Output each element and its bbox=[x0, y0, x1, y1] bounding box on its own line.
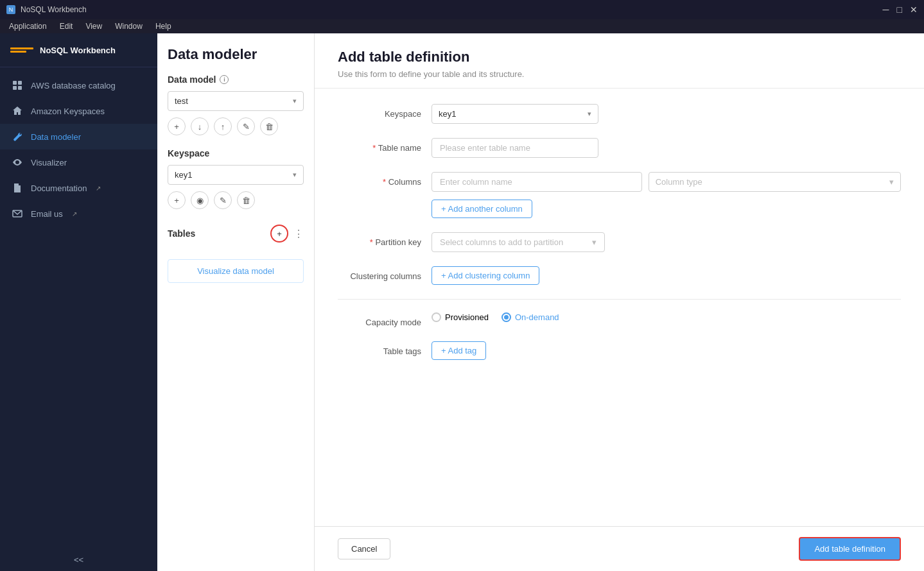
provisioned-radio[interactable] bbox=[431, 312, 441, 322]
menu-edit[interactable]: Edit bbox=[60, 22, 73, 31]
sidebar-item-label: Documentation bbox=[31, 183, 87, 193]
tables-more-icon[interactable]: ⋮ bbox=[293, 228, 304, 240]
columns-label: Columns bbox=[338, 172, 421, 187]
delete-keyspace-btn[interactable]: 🗑 bbox=[237, 191, 255, 209]
keyspace-actions: + ◉ ✎ 🗑 bbox=[168, 191, 304, 209]
external-link-icon: ↗ bbox=[72, 210, 77, 217]
sidebar-item-amazon-keyspaces[interactable]: Amazon Keyspaces bbox=[0, 98, 157, 124]
capacity-mode-form-row: Capacity mode Provisioned On-demand bbox=[338, 312, 901, 327]
titlebar: N NoSQL Workbench ─ □ ✕ bbox=[0, 0, 924, 19]
home-icon bbox=[12, 105, 23, 117]
window-controls[interactable]: ─ □ ✕ bbox=[883, 4, 918, 15]
sidebar-item-documentation[interactable]: Documentation ↗ bbox=[0, 175, 157, 201]
close-btn[interactable]: ✕ bbox=[910, 4, 918, 15]
download-data-model-btn[interactable]: ↓ bbox=[191, 117, 209, 135]
eye-icon bbox=[12, 157, 23, 168]
keyspace-section-title: Keyspace bbox=[168, 148, 304, 158]
svg-rect-0 bbox=[13, 81, 17, 85]
add-column-wrapper: + Add another column bbox=[431, 200, 901, 218]
table-tags-label: Table tags bbox=[338, 341, 421, 356]
delete-data-model-btn[interactable]: 🗑 bbox=[260, 117, 278, 135]
keyspace-value-select[interactable]: key1 ▾ bbox=[431, 104, 598, 124]
menu-view[interactable]: View bbox=[85, 22, 102, 31]
sidebar-item-label: Amazon Keyspaces bbox=[31, 107, 105, 116]
sidebar-item-database-catalog[interactable]: AWS database catalog bbox=[0, 72, 157, 98]
table-tags-control: + Add tag bbox=[431, 341, 901, 360]
edit-keyspace-btn[interactable]: ✎ bbox=[214, 191, 232, 209]
sidebar-app-title: NoSQL Workbench bbox=[40, 46, 116, 55]
mail-icon bbox=[12, 208, 23, 219]
titlebar-left: N NoSQL Workbench bbox=[6, 5, 87, 14]
table-tags-form-row: Table tags + Add tag bbox=[338, 341, 901, 360]
column-type-wrapper: Column type ▾ bbox=[649, 172, 901, 192]
on-demand-label: On-demand bbox=[515, 312, 559, 322]
table-name-label: Table name bbox=[338, 138, 421, 153]
menu-application[interactable]: Application bbox=[9, 22, 47, 31]
keyspace-form-row: Keyspace key1 ▾ bbox=[338, 104, 901, 124]
add-data-model-btn[interactable]: + bbox=[168, 117, 186, 135]
add-another-column-btn[interactable]: + Add another column bbox=[431, 200, 532, 218]
clustering-control: + Add clustering column bbox=[431, 266, 901, 285]
clustering-form-row: Clustering columns + Add clustering colu… bbox=[338, 266, 901, 285]
upload-data-model-btn[interactable]: ↑ bbox=[214, 117, 232, 135]
chevron-down-icon: ▾ bbox=[588, 110, 591, 118]
table-name-input[interactable] bbox=[431, 138, 598, 158]
sidebar-item-label: AWS database catalog bbox=[31, 81, 116, 90]
partition-key-select[interactable]: Select columns to add to partition ▾ bbox=[431, 232, 605, 252]
on-demand-option[interactable]: On-demand bbox=[501, 312, 559, 322]
sidebar-item-email-us[interactable]: Email us ↗ bbox=[0, 201, 157, 226]
cancel-button[interactable]: Cancel bbox=[338, 538, 390, 559]
data-model-section-title: Data model i bbox=[168, 74, 304, 85]
add-clustering-column-btn[interactable]: + Add clustering column bbox=[431, 266, 539, 285]
wrench-icon bbox=[12, 131, 23, 142]
minimize-btn[interactable]: ─ bbox=[883, 4, 889, 15]
chevron-down-icon: ▾ bbox=[889, 177, 894, 187]
add-table-btn[interactable]: + bbox=[270, 225, 288, 243]
sidebar-collapse-btn[interactable]: << bbox=[0, 549, 157, 571]
app-title: NoSQL Workbench bbox=[21, 5, 87, 14]
section-divider bbox=[338, 299, 901, 300]
app-icon: N bbox=[6, 5, 15, 14]
footer-bar: Cancel Add table definition bbox=[315, 526, 924, 571]
grid-icon bbox=[12, 80, 23, 91]
svg-rect-1 bbox=[18, 81, 22, 85]
menu-window[interactable]: Window bbox=[115, 22, 143, 31]
partition-key-label: Partition key bbox=[338, 232, 421, 247]
maximize-btn[interactable]: □ bbox=[897, 4, 902, 15]
view-keyspace-btn[interactable]: ◉ bbox=[191, 191, 209, 209]
edit-data-model-btn[interactable]: ✎ bbox=[237, 117, 255, 135]
tables-actions: + ⋮ bbox=[270, 225, 304, 243]
left-panel: Data modeler Data model i test ▾ + ↓ ↑ ✎… bbox=[157, 33, 315, 571]
chevron-down-icon: ▾ bbox=[592, 237, 597, 247]
keyspace-label: Keyspace bbox=[338, 104, 421, 119]
main-panel: Add table definition Use this form to de… bbox=[315, 33, 924, 571]
partition-key-form-row: Partition key Select columns to add to p… bbox=[338, 232, 901, 252]
partition-key-control: Select columns to add to partition ▾ bbox=[431, 232, 901, 252]
table-name-form-row: Table name bbox=[338, 138, 901, 158]
tables-title: Tables bbox=[168, 228, 195, 239]
sidebar-item-visualizer[interactable]: Visualizer bbox=[0, 149, 157, 175]
sidebar-item-data-modeler[interactable]: Data modeler bbox=[0, 124, 157, 149]
capacity-options: Provisioned On-demand bbox=[431, 312, 901, 322]
sidebar-item-label: Email us bbox=[31, 209, 63, 219]
provisioned-option[interactable]: Provisioned bbox=[431, 312, 489, 322]
column-type-select[interactable]: Column type ▾ bbox=[649, 172, 901, 192]
svg-rect-2 bbox=[13, 86, 17, 90]
add-tag-btn[interactable]: + Add tag bbox=[431, 341, 486, 360]
add-table-definition-button[interactable]: Add table definition bbox=[799, 537, 901, 561]
keyspace-select[interactable]: key1 ▾ bbox=[168, 165, 304, 185]
chevron-down-icon: ▾ bbox=[293, 171, 297, 179]
add-keyspace-btn[interactable]: + bbox=[168, 191, 186, 209]
visualize-data-model-btn[interactable]: Visualize data model bbox=[168, 259, 304, 283]
data-model-select[interactable]: test ▾ bbox=[168, 91, 304, 111]
main-panel-title: Add table definition bbox=[338, 49, 901, 65]
tables-section: Tables + ⋮ bbox=[168, 225, 304, 249]
data-model-info-icon[interactable]: i bbox=[220, 75, 229, 84]
tables-header: Tables + ⋮ bbox=[168, 225, 304, 243]
menu-help[interactable]: Help bbox=[155, 22, 171, 31]
main-header: Add table definition Use this form to de… bbox=[315, 33, 924, 89]
on-demand-radio[interactable] bbox=[501, 312, 511, 322]
data-model-actions: + ↓ ↑ ✎ 🗑 bbox=[168, 117, 304, 135]
column-name-wrapper bbox=[431, 172, 642, 192]
column-name-input[interactable] bbox=[431, 172, 642, 192]
